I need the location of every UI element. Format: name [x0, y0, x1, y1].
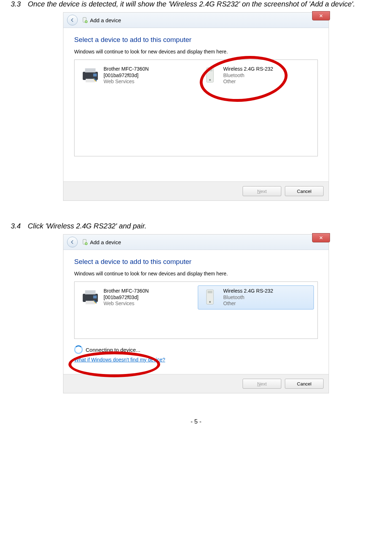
arrow-left-icon — [70, 240, 75, 245]
device-item-printer[interactable]: Brother MFC-7360N [001ba972f03d] Web Ser… — [78, 63, 194, 87]
device-id: [001ba972f03d] — [104, 72, 149, 79]
svg-point-17 — [209, 301, 211, 303]
dialog-footer: Next Cancel — [63, 374, 329, 393]
help-link[interactable]: What if Windows doesn't find my device? — [74, 357, 165, 363]
window-title: Add a device — [90, 17, 121, 23]
device-item-printer[interactable]: Brother MFC-7360N [001ba972f03d] Web Ser… — [78, 285, 194, 309]
page-number: 5 — [11, 418, 381, 425]
next-button[interactable]: Next — [243, 379, 281, 389]
printer-icon — [81, 288, 100, 307]
device-name: Brother MFC-7360N — [104, 66, 149, 72]
status-text: Connecting to device... — [86, 347, 140, 353]
tower-icon — [200, 66, 220, 85]
device-item-wireless-selected[interactable]: Wireless 2.4G RS-232 Bluetooth Other — [198, 285, 314, 309]
svg-rect-4 — [86, 79, 95, 82]
close-button[interactable] — [312, 11, 330, 20]
printer-icon — [81, 66, 100, 85]
next-button[interactable]: Next — [243, 186, 281, 196]
titlebar: Add a device — [63, 235, 329, 250]
device-list: Brother MFC-7360N [001ba972f03d] Web Ser… — [74, 282, 318, 339]
svg-rect-5 — [93, 74, 97, 76]
device-proto: Bluetooth — [223, 72, 273, 79]
close-icon — [319, 14, 323, 18]
close-icon — [319, 236, 323, 240]
titlebar: Add a device — [63, 13, 329, 28]
step-3-3-text: Once the device is detected, it will sho… — [28, 0, 355, 8]
spinner-icon — [74, 345, 83, 354]
device-name: Brother MFC-7360N — [104, 288, 149, 294]
device-type: Web Services — [104, 79, 149, 85]
arrow-left-icon — [70, 18, 75, 23]
close-button[interactable] — [312, 233, 330, 242]
device-proto: Bluetooth — [223, 294, 273, 301]
device-type: Other — [223, 301, 273, 307]
device-name: Wireless 2.4G RS-232 — [223, 66, 273, 72]
svg-point-8 — [209, 79, 211, 81]
tower-icon — [200, 288, 220, 307]
step-3-4: 3.4 Click 'Wireless 2.4G RS232' and pair… — [11, 222, 381, 230]
device-type: Web Services — [104, 301, 149, 307]
step-3-4-number: 3.4 — [11, 222, 26, 230]
step-3-3-number: 3.3 — [11, 0, 26, 8]
back-button[interactable] — [67, 15, 78, 25]
dialog-heading: Select a device to add to this computer — [74, 36, 318, 44]
cancel-button[interactable]: Cancel — [285, 186, 324, 196]
device-list: Brother MFC-7360N [001ba972f03d] Web Ser… — [74, 60, 318, 156]
screenshot-2: Add a device Select a device to add to t… — [63, 235, 329, 393]
svg-rect-3 — [85, 68, 95, 72]
dialog-subtext: Windows will continue to look for new de… — [74, 271, 318, 276]
device-name: Wireless 2.4G RS-232 — [223, 288, 273, 294]
screenshot-1: Add a device Select a device to add to t… — [63, 13, 329, 200]
dialog-footer: Next Cancel — [63, 181, 329, 200]
svg-rect-12 — [85, 290, 95, 294]
add-device-icon — [81, 17, 88, 23]
dialog-heading: Select a device to add to this computer — [74, 258, 318, 266]
dialog-subtext: Windows will continue to look for new de… — [74, 49, 318, 55]
status-row: Connecting to device... — [74, 345, 318, 354]
svg-rect-14 — [93, 295, 97, 298]
svg-rect-13 — [86, 301, 95, 304]
svg-rect-16 — [208, 291, 212, 293]
add-device-icon — [81, 239, 88, 245]
step-3-4-text: Click 'Wireless 2.4G RS232' and pair. — [28, 222, 147, 230]
device-id: [001ba972f03d] — [104, 294, 149, 301]
window-title: Add a device — [90, 239, 121, 245]
cancel-button[interactable]: Cancel — [285, 379, 324, 389]
svg-rect-7 — [208, 69, 212, 71]
step-3-3: 3.3 Once the device is detected, it will… — [11, 0, 381, 8]
device-type: Other — [223, 79, 273, 85]
back-button[interactable] — [67, 237, 78, 247]
device-item-wireless[interactable]: Wireless 2.4G RS-232 Bluetooth Other — [198, 63, 314, 87]
